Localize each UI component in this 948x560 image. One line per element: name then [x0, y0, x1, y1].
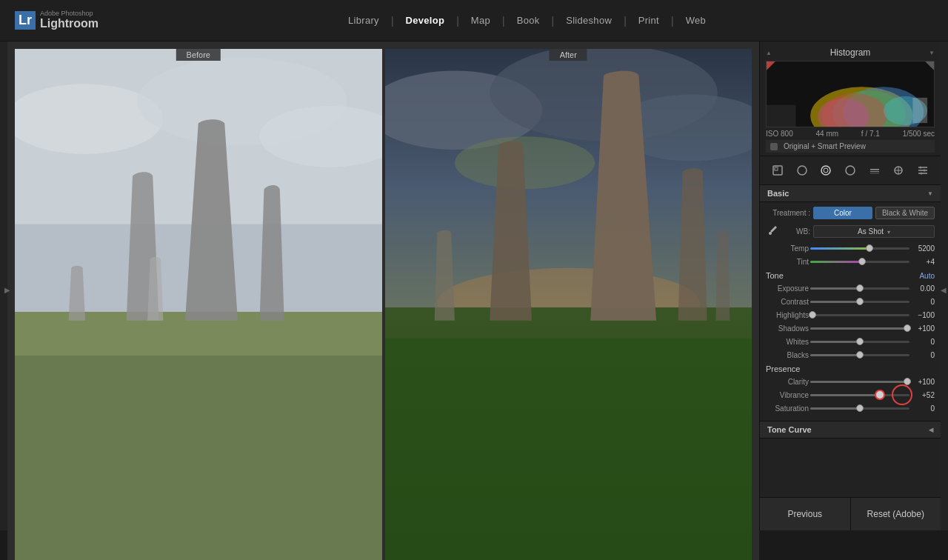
treatment-label: Treatment : [766, 209, 810, 217]
vibrance-value: +52 [911, 391, 935, 399]
after-panel: After [385, 49, 752, 560]
exposure-thumb[interactable] [856, 284, 864, 292]
after-image [385, 49, 752, 560]
adjustment-brush-tool[interactable] [889, 161, 908, 180]
settings-tool[interactable] [913, 161, 932, 180]
temp-slider-row: Temp 5200 [766, 243, 935, 253]
shadows-fill [810, 327, 909, 330]
svg-point-28 [798, 166, 807, 175]
shadows-label: Shadows [766, 324, 809, 333]
clarity-fill [810, 381, 909, 383]
exposure-slider-row: Exposure 0.00 [766, 283, 935, 293]
saturation-thumb[interactable] [856, 404, 864, 412]
topbar: Lr Adobe Photoshop Lightroom Library | D… [0, 0, 948, 41]
nav-library[interactable]: Library [336, 10, 391, 30]
contrast-track [810, 301, 909, 303]
svg-rect-32 [870, 169, 879, 170]
right-arrow-panel: ◀ [941, 41, 948, 530]
tint-slider-container[interactable] [810, 256, 909, 267]
saturation-slider-container[interactable] [810, 403, 909, 413]
tint-value: +4 [911, 258, 935, 266]
basic-triangle: ▼ [927, 190, 933, 197]
preview-icon [770, 143, 778, 150]
blacks-value: 0 [911, 351, 935, 359]
basic-panel-header[interactable]: Basic ▼ [760, 185, 941, 202]
temp-slider-container[interactable] [810, 243, 909, 253]
histogram-section: ▲ Histogram ▼ [760, 41, 941, 156]
blacks-thumb[interactable] [856, 351, 864, 359]
contrast-label: Contrast [766, 298, 809, 306]
basic-panel: Treatment : Color Black & White WB: [760, 202, 941, 421]
whites-thumb[interactable] [856, 338, 864, 345]
tool-icons-row [760, 156, 941, 185]
previous-button[interactable]: Previous [760, 498, 851, 530]
contrast-thumb[interactable] [856, 298, 864, 305]
wb-value-dropdown[interactable]: As Shot ▾ [813, 225, 935, 238]
spot-removal-tool[interactable] [816, 161, 835, 180]
exposure-label: Exposure [766, 284, 809, 293]
svg-rect-21 [912, 98, 927, 123]
redeye-tool[interactable] [841, 161, 860, 180]
svg-point-43 [920, 173, 922, 175]
nav-map[interactable]: Map [459, 10, 502, 30]
graduated-filter-tool[interactable] [865, 161, 884, 180]
right-panel-toggle[interactable]: ◀ [941, 286, 947, 294]
whites-fill [810, 341, 860, 343]
shadows-slider-row: Shadows +100 [766, 323, 935, 333]
tone-curve-header[interactable]: Tone Curve ◀ [760, 421, 941, 439]
blacks-slider-container[interactable] [810, 350, 909, 360]
blacks-fill [810, 354, 860, 356]
tint-thumb[interactable] [858, 258, 866, 265]
temp-thumb[interactable] [866, 244, 873, 252]
bottom-buttons: Previous Reset (Adobe) [760, 497, 941, 530]
reset-button[interactable]: Reset (Adobe) [851, 498, 941, 530]
bw-treatment-button[interactable]: Black & White [875, 207, 935, 219]
presence-title: Presence [766, 364, 800, 373]
saturation-track [810, 407, 909, 410]
svg-rect-34 [870, 173, 879, 174]
clarity-slider-container[interactable] [810, 376, 909, 387]
before-after-container: Before [7, 41, 759, 560]
nav-print[interactable]: Print [627, 10, 671, 30]
color-treatment-button[interactable]: Color [813, 207, 872, 219]
auto-tone-button[interactable]: Auto [919, 272, 935, 280]
vibrance-fill [810, 394, 880, 396]
contrast-fill [810, 301, 860, 303]
hist-aperture: f / 7.1 [861, 130, 880, 138]
vibrance-thumb[interactable] [875, 390, 885, 400]
treatment-row: Treatment : Color Black & White [766, 207, 935, 219]
nav-web[interactable]: Web [674, 10, 718, 30]
panels-scroll[interactable]: Basic ▼ Treatment : Color Black & White [760, 185, 941, 497]
svg-point-30 [824, 168, 828, 173]
saturation-value: 0 [911, 404, 935, 413]
crop-tool[interactable] [792, 161, 812, 180]
highlights-thumb[interactable] [809, 311, 816, 319]
left-panel-toggle[interactable]: ▶ [4, 286, 10, 294]
eyedropper-tool[interactable] [766, 224, 781, 239]
nav-slideshow[interactable]: Slideshow [554, 10, 624, 30]
vibrance-track [810, 394, 909, 396]
preview-label-text: Original + Smart Preview [784, 142, 866, 150]
shadows-thumb[interactable] [904, 324, 911, 332]
crop-overlay-tool[interactable] [768, 161, 787, 180]
svg-rect-14 [385, 338, 752, 560]
nav-develop[interactable]: Develop [394, 10, 457, 30]
contrast-slider-container[interactable] [810, 296, 909, 307]
whites-slider-container[interactable] [810, 336, 909, 347]
tint-slider-row: Tint +4 [766, 256, 935, 267]
exposure-slider-container[interactable] [810, 283, 909, 293]
tint-track [810, 261, 909, 263]
whites-label: Whites [766, 338, 809, 346]
histogram-info: ISO 800 44 mm f / 7.1 1/500 sec [766, 127, 935, 140]
hist-iso: ISO 800 [766, 130, 793, 138]
after-label: After [550, 49, 587, 61]
tone-title: Tone [766, 271, 784, 280]
exposure-value: 0.00 [911, 284, 935, 293]
nav-book[interactable]: Book [505, 10, 552, 30]
vibrance-slider-container[interactable] [810, 390, 909, 400]
clarity-thumb[interactable] [904, 378, 911, 385]
shadows-slider-container[interactable] [810, 323, 909, 333]
highlights-track [810, 314, 909, 316]
shadows-value: +100 [911, 324, 935, 333]
highlights-slider-container[interactable] [810, 310, 909, 320]
